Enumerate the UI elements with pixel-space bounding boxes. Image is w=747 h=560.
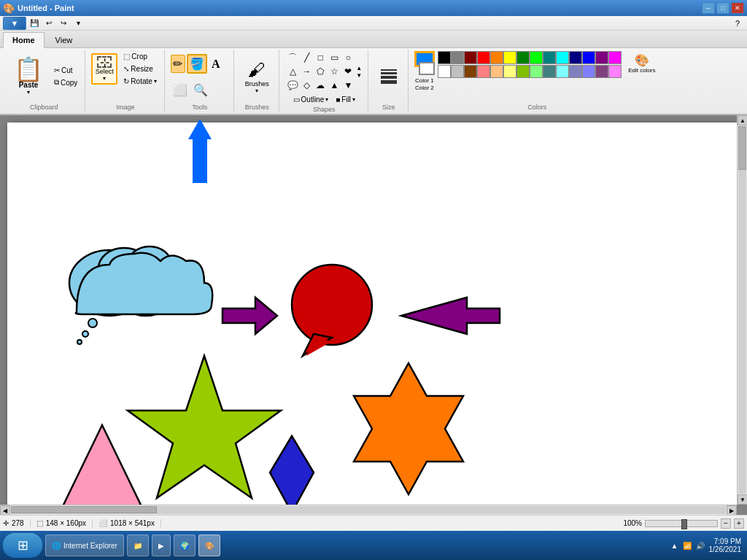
color-lightblue[interactable] bbox=[582, 65, 595, 78]
color-orange[interactable] bbox=[490, 51, 503, 64]
outline-button[interactable]: ▭ Outline ▾ bbox=[291, 95, 331, 104]
color-lightgreen[interactable] bbox=[516, 65, 530, 78]
size-button[interactable] bbox=[374, 68, 403, 85]
color-salmon[interactable] bbox=[477, 65, 490, 78]
shape-line[interactable]: ╱ bbox=[300, 51, 313, 64]
fill-shape-button[interactable]: ■ Fill ▾ bbox=[333, 95, 357, 104]
color-peach[interactable] bbox=[490, 65, 503, 78]
shapes-scroll-down[interactable]: ▼ bbox=[356, 72, 362, 79]
tab-home[interactable]: Home bbox=[3, 32, 44, 48]
shapes-scroll-up[interactable]: ▲ bbox=[356, 65, 362, 71]
zoom-slider[interactable] bbox=[645, 520, 718, 527]
tab-view[interactable]: View bbox=[46, 32, 82, 47]
color-gray1[interactable] bbox=[451, 51, 464, 64]
color-yellow[interactable] bbox=[503, 51, 516, 64]
color-brown[interactable] bbox=[464, 65, 477, 78]
maximize-button[interactable]: □ bbox=[716, 2, 729, 14]
taskbar-chrome[interactable]: 🌍 bbox=[174, 534, 196, 556]
save-button[interactable]: 💾 bbox=[28, 17, 41, 30]
scroll-thumb-h[interactable] bbox=[11, 506, 157, 513]
shape-callout[interactable]: 💬 bbox=[286, 79, 299, 92]
rotate-dropdown[interactable]: ▾ bbox=[154, 78, 157, 85]
canvas-scroll-area[interactable] bbox=[0, 115, 737, 505]
scroll-left-button[interactable]: ◀ bbox=[0, 505, 10, 515]
color-black[interactable] bbox=[438, 51, 451, 64]
taskbar-ie[interactable]: 🌐 Internet Explorer bbox=[45, 534, 124, 556]
shape-curve[interactable]: ⌒ bbox=[286, 51, 299, 64]
picker-button[interactable]: 🔍 bbox=[191, 81, 210, 99]
canvas[interactable] bbox=[7, 122, 737, 505]
eraser-button[interactable]: ⬜ bbox=[171, 81, 190, 99]
start-button[interactable]: ⊞ bbox=[3, 533, 42, 558]
pencil-button[interactable]: ✏ bbox=[171, 55, 185, 73]
color-pink[interactable] bbox=[608, 65, 622, 78]
shape-scroll-down[interactable]: ▼ bbox=[341, 79, 355, 92]
brushes-button[interactable]: 🖌 Brushes ▾ bbox=[241, 58, 273, 96]
paste-dropdown-arrow[interactable]: ▾ bbox=[27, 89, 30, 96]
color-lightcyan[interactable] bbox=[556, 65, 569, 78]
color-darkred[interactable] bbox=[464, 51, 477, 64]
shape-arrow-right[interactable]: → bbox=[300, 65, 313, 78]
color-lightyellow[interactable] bbox=[503, 65, 516, 78]
shape-triangle[interactable]: △ bbox=[286, 65, 299, 78]
select-button[interactable]: ⊹ Select ▾ bbox=[91, 53, 117, 85]
paste-button[interactable]: 📋 Paste ▾ bbox=[7, 55, 50, 98]
edit-colors-button[interactable]: 🎨 Edit colors bbox=[624, 51, 660, 76]
fill-shape-dropdown[interactable]: ▾ bbox=[352, 96, 355, 103]
zoom-thumb[interactable] bbox=[681, 519, 687, 529]
scroll-track-h[interactable] bbox=[11, 506, 726, 514]
color-silver[interactable] bbox=[451, 65, 464, 78]
taskbar-media[interactable]: ▶ bbox=[152, 534, 171, 556]
shape-scroll-up[interactable]: ▲ bbox=[328, 79, 341, 92]
scroll-right-button[interactable]: ▶ bbox=[727, 505, 737, 515]
rotate-button[interactable]: ↻ Rotate ▾ bbox=[120, 76, 159, 87]
color-mint[interactable] bbox=[530, 65, 543, 78]
color-green[interactable] bbox=[530, 51, 543, 64]
color-teal[interactable] bbox=[543, 51, 556, 64]
text-button[interactable]: A bbox=[209, 55, 223, 73]
outline-dropdown[interactable]: ▾ bbox=[325, 96, 328, 103]
paint-menu-button[interactable]: ▼ bbox=[3, 17, 26, 30]
color-navy[interactable] bbox=[569, 51, 582, 64]
tray-arrow[interactable]: ▲ bbox=[671, 542, 678, 550]
shape-ellipse[interactable]: ○ bbox=[341, 51, 355, 64]
quick-access-dropdown[interactable]: ▾ bbox=[71, 17, 85, 30]
shape-star[interactable]: ☆ bbox=[328, 65, 341, 78]
crop-button[interactable]: ⬚ Crop bbox=[120, 51, 159, 62]
redo-button[interactable]: ↪ bbox=[57, 17, 70, 30]
undo-button[interactable]: ↩ bbox=[42, 17, 55, 30]
select-dropdown[interactable]: ▾ bbox=[103, 75, 106, 82]
color2-swatch[interactable] bbox=[419, 62, 435, 75]
fill-button[interactable]: 🪣 bbox=[187, 54, 207, 74]
horizontal-scrollbar[interactable]: ◀ ▶ bbox=[0, 505, 737, 515]
color-magenta[interactable] bbox=[608, 51, 622, 64]
color-white[interactable] bbox=[438, 65, 451, 78]
scroll-up-button[interactable]: ▲ bbox=[738, 115, 747, 125]
color-purple[interactable] bbox=[595, 51, 608, 64]
color-mauve[interactable] bbox=[595, 65, 608, 78]
color-darkgreen[interactable] bbox=[516, 51, 530, 64]
zoom-in-button[interactable]: + bbox=[734, 518, 744, 529]
shape-rect[interactable]: □ bbox=[314, 51, 327, 64]
taskbar-explorer[interactable]: 📁 bbox=[127, 534, 149, 556]
brushes-dropdown[interactable]: ▾ bbox=[255, 88, 258, 94]
color-cyan[interactable] bbox=[556, 51, 569, 64]
cut-button[interactable]: ✂ Cut bbox=[51, 65, 80, 76]
scroll-track-v[interactable] bbox=[738, 126, 746, 494]
minimize-button[interactable]: ─ bbox=[702, 2, 715, 14]
zoom-out-button[interactable]: − bbox=[721, 518, 731, 529]
close-button[interactable]: ✕ bbox=[731, 2, 744, 14]
copy-button[interactable]: ⧉ Copy bbox=[51, 77, 80, 88]
scroll-thumb-v[interactable] bbox=[738, 126, 746, 170]
resize-button[interactable]: ⤡ Resize bbox=[120, 63, 159, 74]
shape-pentagon[interactable]: ⬠ bbox=[314, 65, 327, 78]
scroll-down-button[interactable]: ▼ bbox=[738, 494, 747, 505]
taskbar-paint[interactable]: 🎨 bbox=[198, 534, 220, 556]
color-blue[interactable] bbox=[582, 51, 595, 64]
shape-heart[interactable]: ❤ bbox=[341, 65, 355, 78]
color-red[interactable] bbox=[477, 51, 490, 64]
color-periwinkle[interactable] bbox=[569, 65, 582, 78]
color-slate[interactable] bbox=[543, 65, 556, 78]
shape-cloud[interactable]: ☁ bbox=[314, 79, 327, 92]
shape-rounded-rect[interactable]: ▭ bbox=[328, 51, 341, 64]
